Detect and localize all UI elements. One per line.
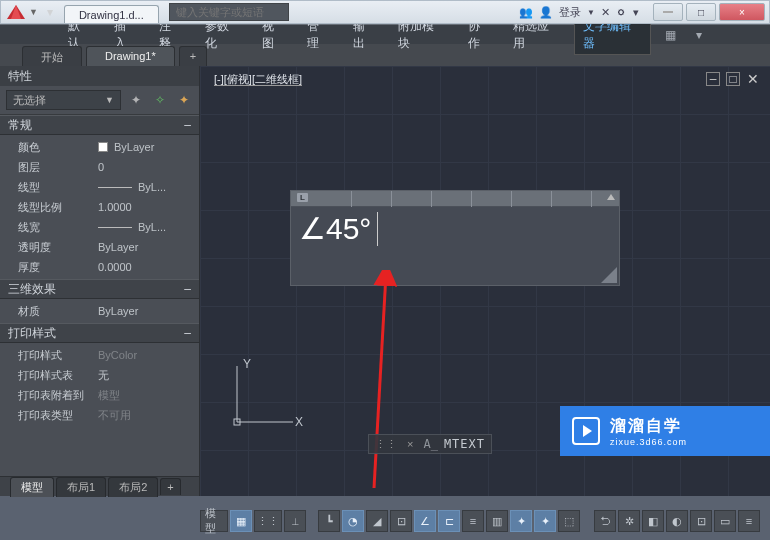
login-dropdown-icon[interactable]: ▼	[587, 8, 595, 17]
text-ruler[interactable]: L	[291, 191, 619, 207]
prop-plotattach[interactable]: 打印表附着到模型	[0, 385, 199, 405]
ruler-left-marker[interactable]: L	[297, 193, 308, 202]
titlebar: ▼ ▾ Drawing1.d... 👥 👤 登录 ▼ ✕ ⭘ ▾ □ ×	[0, 0, 770, 24]
document-tabs: 开始 Drawing1* +	[0, 44, 770, 66]
select-objects-icon[interactable]: ✧	[151, 91, 169, 109]
layout-tab-2[interactable]: 布局2	[108, 477, 158, 497]
properties-title: 特性	[0, 66, 199, 86]
resize-handle[interactable]	[601, 267, 617, 283]
prop-lineweight[interactable]: 线宽ByL...	[0, 217, 199, 237]
doc-tab-current[interactable]: Drawing1*	[86, 46, 175, 66]
viewport-label-a[interactable]: [-]	[214, 73, 224, 86]
viewport-maximize-icon[interactable]: □	[726, 72, 740, 86]
status-selection-cycling-icon[interactable]: ✦	[534, 510, 556, 532]
layout-tab-1[interactable]: 布局1	[56, 477, 106, 497]
collapse-icon: –	[184, 118, 191, 132]
maximize-button[interactable]: □	[686, 3, 716, 21]
status-snapmode-icon[interactable]: ⋮⋮	[254, 510, 282, 532]
ruler-marker-icon[interactable]	[607, 194, 615, 200]
group-plot[interactable]: 打印样式 –	[0, 323, 199, 343]
viewport-label-b[interactable]: [俯视]	[224, 73, 252, 86]
toggle-pickadd-icon[interactable]: ✦	[175, 91, 193, 109]
quick-access-toolbar: ▾	[42, 4, 58, 20]
exchange-icon[interactable]: ✕	[601, 6, 610, 19]
prop-plottable[interactable]: 打印样式表无	[0, 365, 199, 385]
infocenter-icon[interactable]: 👥	[519, 6, 533, 19]
status-polar-icon[interactable]: ◔	[342, 510, 364, 532]
group-general-body: 颜色ByLayer 图层0 线型ByL... 线型比例1.0000 线宽ByL.…	[0, 135, 199, 279]
minimize-button[interactable]	[653, 3, 683, 21]
status-infer-icon[interactable]: ⟂	[284, 510, 306, 532]
status-grid-icon[interactable]: ▦	[230, 510, 252, 532]
prop-color[interactable]: 颜色ByLayer	[0, 137, 199, 157]
prop-material[interactable]: 材质ByLayer	[0, 301, 199, 321]
status-transparency-icon[interactable]: ▥	[486, 510, 508, 532]
app-menu-dropdown-icon[interactable]: ▼	[29, 7, 38, 17]
selection-dropdown[interactable]: 无选择 ▼	[6, 90, 121, 110]
title-doc-tabs: Drawing1.d...	[64, 1, 161, 23]
prop-plotstyle[interactable]: 打印样式ByColor	[0, 345, 199, 365]
titlebar-right: 👥 👤 登录 ▼ ✕ ⭘ ▾ □ ×	[519, 3, 769, 21]
layout-tab-model[interactable]: 模型	[10, 477, 54, 497]
doc-tab-new[interactable]: +	[179, 46, 207, 66]
search-input[interactable]	[169, 3, 289, 21]
status-3dosnap-icon[interactable]: ⬚	[558, 510, 580, 532]
command-line[interactable]: ⋮⋮ × A_ MTEXT	[368, 434, 492, 454]
status-lock-icon[interactable]: ◧	[642, 510, 664, 532]
status-osnap-icon[interactable]: ⊡	[390, 510, 412, 532]
commandline-grip-icon[interactable]: ⋮⋮	[375, 438, 397, 451]
title-doc-tab[interactable]: Drawing1.d...	[64, 5, 159, 23]
status-otrack-icon[interactable]: ⊏	[438, 510, 460, 532]
group-general-label: 常规	[8, 117, 32, 134]
status-bar: 模型 ▦ ⋮⋮ ⟂ ┗ ◔ ◢ ⊡ ∠ ⊏ ≡ ▥ ✦ ✦ ⬚ ⮌ ✲ ◧ ◐ …	[200, 508, 760, 534]
svg-text:Y: Y	[243, 357, 251, 371]
status-isodraft-icon[interactable]: ◢	[366, 510, 388, 532]
status-hardware-icon[interactable]: ◐	[666, 510, 688, 532]
layout-tab-add[interactable]: +	[160, 478, 180, 495]
status-cleanscreen-icon[interactable]: ▭	[714, 510, 736, 532]
prop-transparency[interactable]: 透明度ByLayer	[0, 237, 199, 257]
prop-ltscale[interactable]: 线型比例1.0000	[0, 197, 199, 217]
prop-plottype[interactable]: 打印表类型不可用	[0, 405, 199, 425]
close-button[interactable]: ×	[719, 3, 765, 21]
status-customize-icon[interactable]: ≡	[738, 510, 760, 532]
doc-tab-start[interactable]: 开始	[22, 46, 82, 66]
prop-layer[interactable]: 图层0	[0, 157, 199, 177]
status-annoscale-icon[interactable]: ⮌	[594, 510, 616, 532]
group-3d-body: 材质ByLayer	[0, 299, 199, 323]
commandline-close-icon[interactable]: ×	[407, 438, 413, 450]
group-general[interactable]: 常规 –	[0, 115, 199, 135]
mtext-editor[interactable]: L ∠45°	[290, 190, 620, 286]
drawing-canvas[interactable]: [-][俯视][二维线框] – □ ✕ L ∠45° Y X	[200, 66, 770, 496]
quick-select-icon[interactable]: ✦	[127, 91, 145, 109]
autodesk-icon[interactable]: ⭘	[616, 6, 627, 18]
ribbon-collapse-icon[interactable]: ▾	[688, 26, 710, 44]
svg-text:X: X	[295, 415, 303, 429]
status-dynamic-input-icon[interactable]: ✦	[510, 510, 532, 532]
cart-dropdown-icon[interactable]: ▾	[633, 6, 639, 19]
selection-dropdown-label: 无选择	[13, 93, 46, 108]
prop-thickness[interactable]: 厚度0.0000	[0, 257, 199, 277]
viewport-label[interactable]: [-][俯视][二维线框]	[214, 72, 302, 87]
lineweight-preview	[98, 227, 132, 228]
brand-url: zixue.3d66.com	[610, 437, 687, 447]
mtext-content[interactable]: ∠45°	[291, 207, 619, 250]
prop-linetype[interactable]: 线型ByL...	[0, 177, 199, 197]
status-lineweight-icon[interactable]: ≡	[462, 510, 484, 532]
user-icon[interactable]: 👤	[539, 6, 553, 19]
ribbon-panel-icon[interactable]: ▦	[657, 26, 684, 44]
login-label[interactable]: 登录	[559, 5, 581, 20]
layout-tabs: 模型 布局1 布局2 +	[0, 476, 199, 496]
status-ortho-icon[interactable]: ┗	[318, 510, 340, 532]
viewport-label-c[interactable]: [二维线框]	[252, 73, 302, 86]
status-isolate-icon[interactable]: ⊡	[690, 510, 712, 532]
status-workspace-icon[interactable]: ✲	[618, 510, 640, 532]
viewport-minimize-icon[interactable]: –	[706, 72, 720, 86]
group-3d[interactable]: 三维效果 –	[0, 279, 199, 299]
qat-item[interactable]: ▾	[42, 4, 58, 20]
status-autosnap-icon[interactable]: ∠	[414, 510, 436, 532]
viewport-close-icon[interactable]: ✕	[746, 72, 760, 86]
ribbon-tabs: 默认 插入 注释 参数化 视图 管理 输出 附加模块 协作 精选应用 文字编辑器…	[0, 24, 770, 44]
app-logo[interactable]	[1, 1, 31, 23]
status-model-button[interactable]: 模型	[200, 510, 228, 532]
